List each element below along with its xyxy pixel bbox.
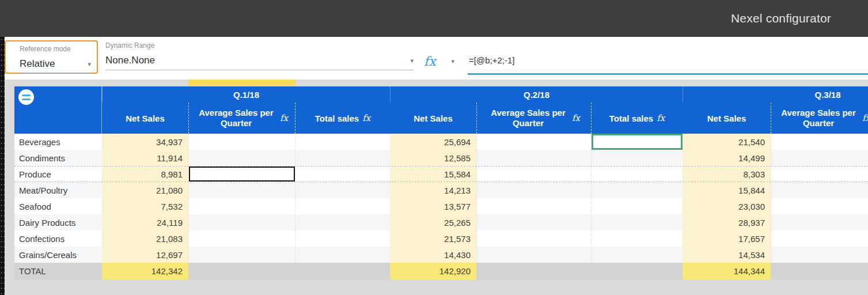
cell-net-sales[interactable]: 17,657 bbox=[683, 230, 771, 247]
cell-average-sales[interactable] bbox=[771, 230, 868, 247]
cell-net-sales[interactable]: 25,694 bbox=[390, 134, 476, 150]
cell-net-sales[interactable]: 15,844 bbox=[683, 182, 771, 198]
cell-average-sales[interactable] bbox=[771, 134, 868, 150]
column-header-average-sales[interactable]: Average Sales per Quarter fx bbox=[476, 103, 592, 134]
cell-net-sales[interactable]: 15,584 bbox=[390, 167, 476, 181]
quarter-group-header[interactable]: Q.2/18 bbox=[390, 86, 683, 103]
cell-total-sales-selected[interactable] bbox=[592, 134, 683, 150]
cell-average-sales[interactable] bbox=[188, 230, 295, 247]
cell-net-sales[interactable]: 14,499 bbox=[683, 150, 771, 166]
dynamic-range-select[interactable]: None.None ▾ bbox=[105, 55, 414, 70]
cell-net-sales[interactable]: 13,577 bbox=[390, 198, 476, 214]
column-header-average-sales[interactable]: Average Sales per Quarter fx bbox=[771, 103, 868, 134]
selected-column-marker bbox=[188, 80, 295, 86]
row-label[interactable]: Dairy Products bbox=[14, 214, 102, 230]
cell-total-net-sales[interactable]: 144,344 bbox=[683, 263, 771, 279]
cell-net-sales[interactable]: 11,914 bbox=[102, 150, 188, 166]
cell-net-sales[interactable]: 14,213 bbox=[390, 182, 476, 198]
cell-total-sales[interactable] bbox=[295, 182, 390, 198]
cell-net-sales[interactable]: 12,585 bbox=[390, 150, 476, 166]
cell-net-sales[interactable]: 8,303 bbox=[683, 167, 771, 181]
row-label[interactable]: Confections bbox=[14, 230, 102, 247]
cell-net-sales[interactable]: 23,030 bbox=[683, 198, 771, 214]
cell-total-sales[interactable] bbox=[592, 182, 683, 198]
cell-total-sales[interactable] bbox=[295, 167, 390, 181]
cell-total-sales[interactable] bbox=[295, 263, 390, 279]
cell-average-sales[interactable] bbox=[771, 263, 868, 279]
row-label[interactable]: Produce bbox=[14, 167, 102, 181]
cell-average-sales[interactable] bbox=[476, 230, 592, 247]
quarter-group-header[interactable]: Q.3/18 bbox=[683, 86, 868, 103]
reference-mode-select[interactable]: Relative ▾ bbox=[20, 58, 91, 73]
cell-total-sales[interactable] bbox=[295, 150, 390, 166]
cell-average-sales[interactable] bbox=[188, 150, 295, 166]
function-dropdown[interactable]: fx ▾ bbox=[424, 54, 454, 69]
cell-average-sales[interactable] bbox=[476, 182, 592, 198]
column-header-net-sales[interactable]: Net Sales bbox=[683, 103, 771, 134]
cell-average-sales[interactable] bbox=[188, 198, 295, 214]
column-header-net-sales[interactable]: Net Sales bbox=[390, 103, 476, 134]
cell-average-sales[interactable] bbox=[188, 263, 295, 279]
table-header: Q.1/18 Q.2/18 Q.3/18 Net Sales Average S… bbox=[14, 86, 868, 134]
column-header-net-sales[interactable]: Net Sales bbox=[102, 103, 188, 134]
table-row-active: Produce 8,981 15,584 8,303 bbox=[14, 166, 868, 182]
cell-total-sales[interactable] bbox=[592, 230, 683, 247]
cell-average-sales[interactable] bbox=[771, 167, 868, 181]
dynamic-range-value: None.None bbox=[105, 55, 155, 66]
cell-total-sales[interactable] bbox=[295, 134, 390, 150]
formula-input[interactable]: =[@b;+2;-1] bbox=[468, 51, 868, 75]
cell-net-sales[interactable]: 7,532 bbox=[102, 198, 188, 214]
cell-average-sales[interactable] bbox=[476, 150, 592, 166]
cell-total-net-sales[interactable]: 142,920 bbox=[390, 263, 476, 279]
cell-average-sales[interactable] bbox=[476, 134, 592, 150]
cell-average-sales[interactable] bbox=[476, 198, 592, 214]
cell-total-sales[interactable] bbox=[592, 198, 683, 214]
quarter-group-header[interactable]: Q.1/18 bbox=[102, 86, 390, 103]
cell-average-sales[interactable] bbox=[476, 263, 592, 279]
cell-average-sales[interactable] bbox=[476, 167, 592, 181]
cell-average-sales[interactable] bbox=[771, 198, 868, 214]
cell-average-sales[interactable] bbox=[476, 247, 592, 263]
cell-net-sales[interactable]: 21,080 bbox=[102, 182, 188, 198]
row-label[interactable]: Condiments bbox=[14, 150, 102, 166]
column-header-total-sales[interactable]: Total sales fx bbox=[592, 103, 683, 134]
cell-average-sales[interactable] bbox=[771, 247, 868, 263]
cell-total-net-sales[interactable]: 142,342 bbox=[102, 263, 188, 279]
cell-total-sales[interactable] bbox=[592, 167, 683, 181]
cell-net-sales[interactable]: 24,119 bbox=[102, 214, 188, 230]
cell-total-sales[interactable] bbox=[592, 214, 683, 230]
cell-average-sales[interactable] bbox=[188, 182, 295, 198]
cell-net-sales[interactable]: 28,937 bbox=[683, 214, 771, 230]
cell-average-sales[interactable] bbox=[771, 150, 868, 166]
cell-net-sales[interactable]: 21,573 bbox=[390, 230, 476, 247]
cell-net-sales[interactable]: 8,981 bbox=[102, 167, 188, 181]
cell-net-sales[interactable]: 21,540 bbox=[683, 134, 771, 150]
cell-total-sales[interactable] bbox=[295, 230, 390, 247]
cell-total-sales[interactable] bbox=[592, 150, 683, 166]
cell-total-sales[interactable] bbox=[295, 198, 390, 214]
row-label[interactable]: Beverages bbox=[14, 134, 102, 150]
cell-average-sales[interactable] bbox=[188, 247, 295, 263]
column-header-average-sales[interactable]: Average Sales per Quarter fx bbox=[188, 103, 295, 134]
cell-total-sales[interactable] bbox=[295, 214, 390, 230]
cell-average-sales[interactable] bbox=[771, 214, 868, 230]
cell-total-sales[interactable] bbox=[592, 247, 683, 263]
cell-average-sales[interactable] bbox=[188, 134, 295, 150]
cell-average-sales-active[interactable] bbox=[188, 167, 295, 181]
cell-net-sales[interactable]: 34,937 bbox=[102, 134, 188, 150]
cell-total-sales[interactable] bbox=[592, 263, 683, 279]
cell-average-sales[interactable] bbox=[771, 182, 868, 198]
cell-average-sales[interactable] bbox=[188, 214, 295, 230]
row-label[interactable]: Grains/Cereals bbox=[14, 247, 102, 263]
cell-net-sales[interactable]: 21,083 bbox=[102, 230, 188, 247]
cell-net-sales[interactable]: 14,430 bbox=[390, 247, 476, 263]
cell-net-sales[interactable]: 14,534 bbox=[683, 247, 771, 263]
row-label[interactable]: Seafood bbox=[14, 198, 102, 214]
cell-net-sales[interactable]: 12,697 bbox=[102, 247, 188, 263]
cell-net-sales[interactable]: 25,265 bbox=[390, 214, 476, 230]
menu-icon[interactable] bbox=[18, 89, 34, 105]
column-header-total-sales[interactable]: Total sales fx bbox=[295, 103, 390, 134]
row-label[interactable]: Meat/Poultry bbox=[14, 182, 102, 198]
cell-average-sales[interactable] bbox=[476, 214, 592, 230]
cell-total-sales[interactable] bbox=[295, 247, 390, 263]
